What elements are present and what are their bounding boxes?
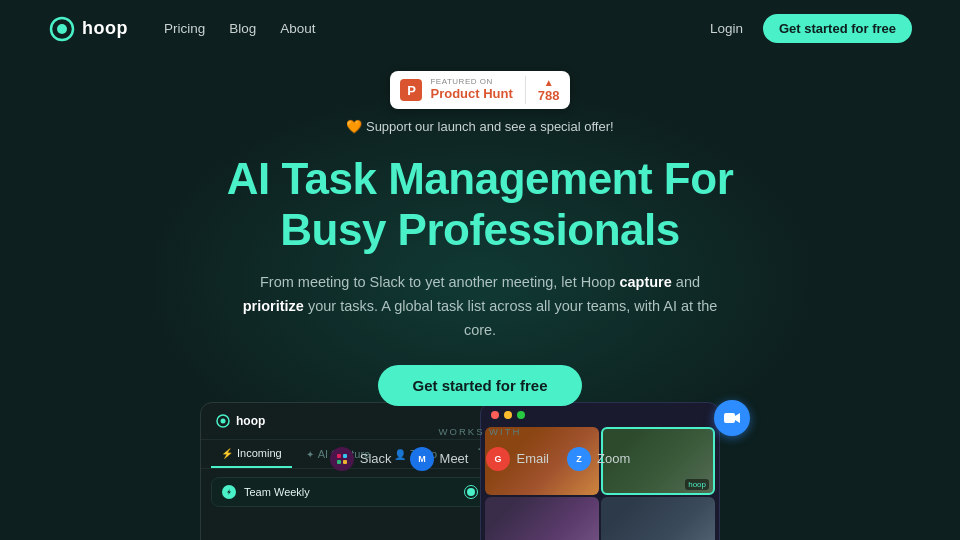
zoom-label: Zoom — [597, 451, 630, 466]
nav-link-pricing[interactable]: Pricing — [164, 21, 205, 36]
hero-cta-button[interactable]: Get started for free — [378, 365, 581, 406]
ph-text: FEATURED ON Product Hunt — [430, 78, 512, 102]
meet-icon: M — [410, 447, 434, 471]
integration-meet: M Meet — [410, 447, 469, 471]
ph-divider — [525, 76, 526, 104]
nav-logo[interactable]: hoop — [48, 15, 128, 43]
slack-label: Slack — [360, 451, 392, 466]
svg-point-1 — [57, 24, 67, 34]
ph-name: Product Hunt — [430, 86, 512, 102]
nav-get-started-button[interactable]: Get started for free — [763, 14, 912, 43]
zoom-fab-button[interactable] — [714, 400, 750, 436]
meet-label: Meet — [440, 451, 469, 466]
zoom-icon: Z — [567, 447, 591, 471]
ph-logo-icon: P — [400, 79, 422, 101]
hero-title-line2: Busy Professionals — [280, 205, 679, 254]
nav-links: Pricing Blog About — [164, 21, 710, 36]
ph-arrow-icon: ▲ — [544, 77, 554, 88]
svg-rect-3 — [343, 454, 347, 458]
video-cell-3 — [485, 497, 599, 540]
svg-text:M: M — [418, 454, 426, 464]
logo-text: hoop — [82, 18, 128, 39]
nav-link-blog[interactable]: Blog — [229, 21, 256, 36]
works-with-section: WORKS WITH Slack M — [330, 426, 630, 471]
svg-rect-2 — [337, 454, 341, 458]
ph-featured-label: FEATURED ON — [430, 78, 512, 86]
product-hunt-badge[interactable]: P FEATURED ON Product Hunt ▲ 788 — [390, 71, 569, 109]
prioritize-bold: prioritize — [243, 298, 304, 314]
email-label: Email — [516, 451, 549, 466]
email-icon: G — [486, 447, 510, 471]
launch-banner: 🧡 Support our launch and see a special o… — [346, 119, 613, 134]
hoop-logo-icon — [48, 15, 76, 43]
ph-count: ▲ 788 — [538, 77, 560, 103]
navbar: hoop Pricing Blog About Login Get starte… — [0, 0, 960, 57]
login-link[interactable]: Login — [710, 21, 743, 36]
integration-slack: Slack — [330, 447, 392, 471]
hero-title: AI Task Management For Busy Professional… — [227, 154, 734, 255]
svg-marker-16 — [735, 413, 740, 423]
capture-bold: capture — [619, 274, 671, 290]
svg-rect-5 — [343, 460, 347, 464]
slack-icon — [330, 447, 354, 471]
video-cell-4 — [601, 497, 715, 540]
main-content: P FEATURED ON Product Hunt ▲ 788 🧡 Suppo… — [0, 57, 960, 493]
svg-text:Z: Z — [576, 454, 582, 464]
integrations-list: Slack M Meet G Email — [330, 447, 630, 471]
integration-zoom: Z Zoom — [567, 447, 630, 471]
svg-text:G: G — [495, 454, 502, 464]
works-with-label: WORKS WITH — [439, 426, 522, 437]
integration-email: G Email — [486, 447, 549, 471]
ph-number: 788 — [538, 88, 560, 103]
svg-rect-4 — [337, 460, 341, 464]
nav-right: Login Get started for free — [710, 14, 912, 43]
hero-subtitle: From meeting to Slack to yet another mee… — [240, 271, 720, 343]
hero-title-line1: AI Task Management For — [227, 154, 734, 203]
svg-rect-15 — [724, 413, 735, 423]
nav-link-about[interactable]: About — [280, 21, 315, 36]
